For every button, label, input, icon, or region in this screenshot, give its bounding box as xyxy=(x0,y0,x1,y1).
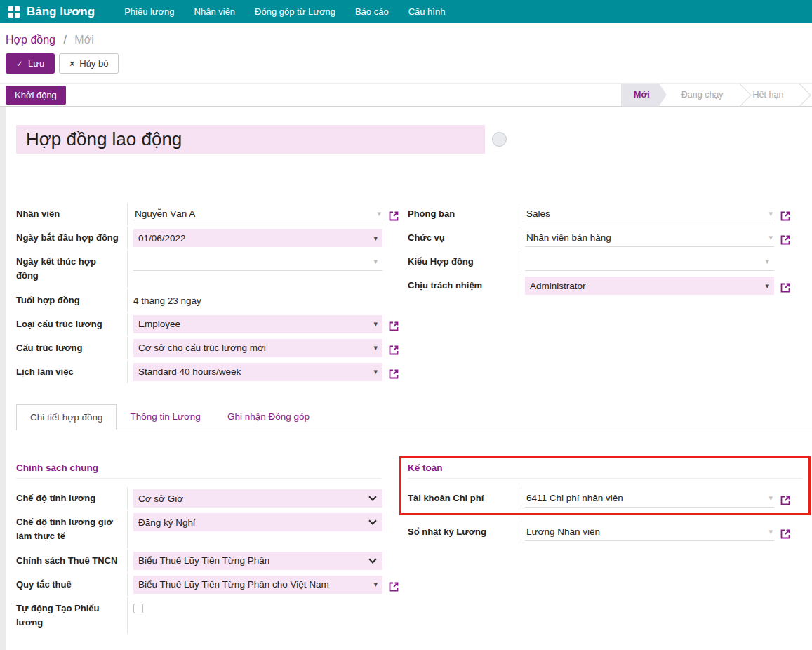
tax-rule-input[interactable]: Biểu Thuế Lũy Tiến Từng Phần cho Việt Na… xyxy=(133,576,382,594)
field-label: Nhân viên xyxy=(16,203,127,225)
field-loai-cau-truc-luong: Loại cấu trúc lương Employee ▾ xyxy=(16,313,381,336)
select-chevron-icon xyxy=(368,555,376,563)
wage-type-select[interactable]: Cơ sở Giờ xyxy=(133,489,382,508)
breadcrumb-parent-link[interactable]: Hợp đồng xyxy=(6,34,55,46)
field-tu-dong-tao-phieu-luong: Tự động Tạo Phiếu lương xyxy=(16,597,381,634)
external-link-icon[interactable] xyxy=(780,495,791,506)
status-step-da-huy[interactable]: Đã hủy xyxy=(798,84,812,107)
form-sheet: Hợp đồng lao động Nhân viên Nguyễn Văn A… xyxy=(6,107,812,650)
form-buttons: ✓ Lưu × Hủy bỏ xyxy=(6,53,806,74)
menu-phieu-luong[interactable]: Phiếu lương xyxy=(114,0,184,23)
dropdown-caret-icon[interactable]: ▾ xyxy=(373,234,378,243)
dropdown-caret-icon[interactable]: ▾ xyxy=(373,343,378,352)
select-chevron-icon xyxy=(368,517,376,525)
discard-button[interactable]: × Hủy bỏ xyxy=(59,53,119,74)
field-label: Quy tắc thuế xyxy=(16,573,127,596)
field-label: Tài khoản Chi phí xyxy=(408,487,519,510)
worked-hours-source-select[interactable]: Đăng ký Nghỉ xyxy=(133,513,382,531)
breadcrumb: Hợp đồng / Mới xyxy=(6,34,806,46)
dropdown-caret-icon[interactable]: ▾ xyxy=(377,209,381,218)
expense-account-input[interactable]: 6411 Chi phí nhân viên ▾ xyxy=(525,489,774,508)
record-title-input[interactable]: Hợp đồng lao động xyxy=(16,125,485,154)
tab-chi-tiet-hop-dong[interactable]: Chi tiết hợp đồng xyxy=(16,404,117,430)
external-link-icon[interactable] xyxy=(780,529,791,540)
save-button[interactable]: ✓ Lưu xyxy=(6,53,55,74)
start-date-input[interactable]: 01/06/2022 ▾ xyxy=(133,229,382,247)
menu-nhan-vien[interactable]: Nhân viên xyxy=(185,0,246,23)
field-label: Tự động Tạo Phiếu lương xyxy=(16,597,127,634)
breadcrumb-separator: / xyxy=(63,34,66,46)
tab-thong-tin-luong[interactable]: Thông tin Lương xyxy=(117,404,213,430)
tax-policy-select[interactable]: Biểu Thuế Lũy Tiến Từng Phần xyxy=(133,552,382,570)
app-title[interactable]: Bảng lương xyxy=(27,5,95,19)
breadcrumb-current: Mới xyxy=(74,34,93,46)
external-link-icon[interactable] xyxy=(388,581,399,592)
status-step-dang-chay[interactable]: Đang chạy xyxy=(667,84,738,107)
form-grid: Nhân viên Nguyễn Văn A ▾ Ngày bắt đầu hợ… xyxy=(16,203,802,385)
auto-generate-payslip-checkbox[interactable] xyxy=(133,604,143,613)
field-label: Tuổi hợp đồng xyxy=(16,289,127,312)
field-phong-ban: Phòng ban Sales ▾ xyxy=(408,203,802,225)
field-kieu-hop-dong: Kiểu Hợp đồng ▾ xyxy=(408,251,802,273)
dropdown-caret-icon[interactable]: ▾ xyxy=(373,257,378,266)
status-step-moi[interactable]: Mới xyxy=(621,84,667,107)
field-label: Sổ nhật ký Lương xyxy=(408,521,519,543)
field-label: Chính sách Thuế TNCN xyxy=(16,550,127,572)
dropdown-caret-icon[interactable]: ▾ xyxy=(765,281,769,291)
start-contract-button[interactable]: Khởi động xyxy=(6,86,66,105)
end-date-input[interactable]: ▾ xyxy=(133,253,382,271)
field-label: Ngày kết thúc hợp đồng xyxy=(16,251,127,287)
field-chuc-vu: Chức vụ Nhân viên bán hàng ▾ xyxy=(408,227,802,249)
save-button-label: Lưu xyxy=(28,58,44,69)
notebook-tabs: Chi tiết hợp đồng Thông tin Lương Ghi nh… xyxy=(16,404,812,430)
contract-type-input[interactable]: ▾ xyxy=(525,253,774,271)
statusbar: Khởi động Mới Đang chạy Hết hạn Đã hủy xyxy=(0,83,812,107)
dropdown-caret-icon[interactable]: ▾ xyxy=(768,209,773,218)
check-icon: ✓ xyxy=(16,59,23,69)
external-link-icon[interactable] xyxy=(780,234,791,246)
external-link-icon[interactable] xyxy=(388,321,399,332)
menu-bao-cao[interactable]: Báo cáo xyxy=(345,0,399,23)
employee-input[interactable]: Nguyễn Văn A ▾ xyxy=(133,205,382,223)
apps-grid-icon[interactable] xyxy=(8,6,20,18)
external-link-icon[interactable] xyxy=(388,211,399,222)
field-label: Phòng ban xyxy=(408,203,519,225)
dropdown-caret-icon[interactable]: ▾ xyxy=(768,493,773,503)
field-label: Lịch làm việc xyxy=(16,361,127,383)
dropdown-caret-icon[interactable]: ▾ xyxy=(765,257,769,266)
dropdown-caret-icon[interactable]: ▾ xyxy=(768,527,773,536)
dropdown-caret-icon[interactable]: ▾ xyxy=(768,233,773,242)
working-schedule-input[interactable]: Standard 40 hours/week ▾ xyxy=(133,363,382,381)
select-chevron-icon xyxy=(368,493,376,500)
field-cau-truc-luong: Cấu trúc lương Cơ sở cho cấu trúc lương … xyxy=(16,337,381,359)
menu-cau-hinh[interactable]: Cấu hình xyxy=(399,0,455,23)
field-label: Loại cấu trúc lương xyxy=(16,313,127,336)
field-che-do-tinh-luong: Chế độ tính lương Cơ sở Giờ xyxy=(16,487,381,510)
external-link-icon[interactable] xyxy=(388,345,399,356)
external-link-icon[interactable] xyxy=(780,282,791,293)
structure-type-input[interactable]: Employee ▾ xyxy=(133,315,382,333)
status-flow: Mới Đang chạy Hết hạn Đã hủy xyxy=(621,84,812,107)
hr-responsible-input[interactable]: Administrator ▾ xyxy=(525,277,774,295)
external-link-icon[interactable] xyxy=(388,369,399,380)
form-left-column: Nhân viên Nguyễn Văn A ▾ Ngày bắt đầu hợ… xyxy=(16,203,381,385)
kanban-state-icon[interactable] xyxy=(492,132,507,147)
field-chiu-trach-nhiem: Chịu trách nhiệm Administrator ▾ xyxy=(408,274,802,297)
external-link-icon[interactable] xyxy=(780,211,791,222)
main-area: Hợp đồng lao động Nhân viên Nguyễn Văn A… xyxy=(0,107,812,650)
salary-journal-input[interactable]: Lương Nhân viên ▾ xyxy=(525,523,774,541)
field-tai-khoan-chi-phi: Tài khoản Chi phí 6411 Chi phí nhân viên… xyxy=(408,487,802,510)
control-panel: Hợp đồng / Mới ✓ Lưu × Hủy bỏ xyxy=(0,23,812,83)
field-nhan-vien: Nhân viên Nguyễn Văn A ▾ xyxy=(16,203,381,225)
job-position-input[interactable]: Nhân viên bán hàng ▾ xyxy=(525,229,774,247)
red-highlight-box: Kế toán Tài khoản Chi phí 6411 Chi phí n… xyxy=(399,456,811,515)
department-input[interactable]: Sales ▾ xyxy=(525,205,774,223)
form-right-column: Phòng ban Sales ▾ Chức vụ Nhân viên bán … xyxy=(408,203,802,385)
tab-ghi-nhan-dong-gop[interactable]: Ghi nhận Đóng góp xyxy=(214,404,323,430)
dropdown-caret-icon[interactable]: ▾ xyxy=(373,367,378,376)
menu-dong-gop-tu-luong[interactable]: Đóng góp từ Lương xyxy=(245,0,345,23)
dropdown-caret-icon[interactable]: ▾ xyxy=(373,580,378,589)
dropdown-caret-icon[interactable]: ▾ xyxy=(373,319,378,329)
field-label: Chế độ tính lương giờ làm thực tế xyxy=(16,511,127,548)
salary-structure-input[interactable]: Cơ sở cho cấu trúc lương mới ▾ xyxy=(133,339,382,357)
